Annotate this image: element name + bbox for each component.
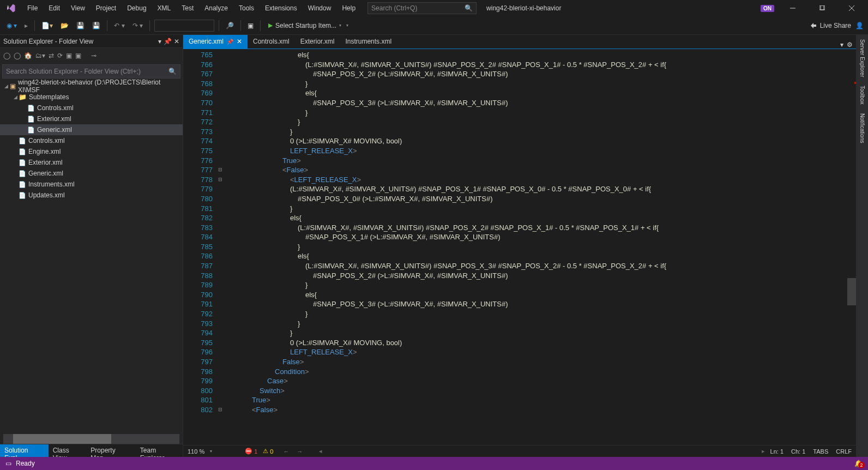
svg-rect-2 [821, 5, 825, 10]
panel-dropdown-icon[interactable]: ▾ [158, 38, 161, 45]
tree-item[interactable]: 📄Exterior.xml [0, 157, 183, 168]
menu-view[interactable]: View [65, 2, 91, 15]
menu-tools[interactable]: Tools [233, 2, 260, 15]
switch-views-icon[interactable]: 🗂▾ [35, 52, 45, 59]
cursor-col: Ch: 1 [791, 448, 805, 455]
refresh-icon[interactable]: ⟳ [57, 52, 63, 59]
nav-prev-icon[interactable]: ← [283, 448, 289, 455]
code-editor[interactable]: 7657667677687697707717727737747757767777… [183, 49, 856, 445]
code-content[interactable]: els{(L:#SIMVAR_X#, #SIMVAR_X_UNITS#) #SN… [224, 49, 847, 445]
tab-generic-xml[interactable]: Generic.xml📌✕ [183, 35, 248, 49]
menu-analyze[interactable]: Analyze [199, 2, 233, 15]
menu-file[interactable]: File [22, 2, 43, 15]
maximize-button[interactable] [811, 0, 833, 16]
nav-back-dropdown[interactable]: ◉ ▾ [4, 20, 19, 31]
close-icon[interactable]: ✕ [237, 38, 242, 45]
nav-next-icon[interactable]: → [297, 448, 303, 455]
menu-test[interactable]: Test [176, 2, 199, 15]
sidebar-tab-toolbox[interactable]: Toolbox [858, 81, 866, 109]
solution-search-placeholder: Search Solution Explorer - Folder View (… [6, 68, 141, 75]
tree-label: Updates.xml [28, 191, 65, 199]
forward-icon[interactable]: ◯ [14, 52, 21, 59]
close-icon[interactable]: ✕ [174, 38, 179, 45]
tabs-dropdown-icon[interactable]: ▾ [840, 41, 843, 49]
tree-item[interactable]: 📄Controls.xml [0, 135, 183, 146]
redo-button[interactable]: ↷ ▾ [130, 20, 145, 31]
tab-exterior-xml[interactable]: Exterior.xml [295, 35, 340, 49]
home-icon[interactable]: 🏠 [24, 52, 32, 59]
panel-tab[interactable]: Property Man... [86, 444, 135, 457]
nav-forward-button[interactable]: ▸ [22, 20, 30, 31]
folder-icon: 📁 [19, 93, 27, 101]
menu-help[interactable]: Help [336, 2, 361, 15]
collapse-icon[interactable]: ▣ [66, 52, 72, 59]
close-button[interactable] [841, 0, 863, 16]
tree-item[interactable]: 📄Instruments.xml [0, 179, 183, 190]
menu-window[interactable]: Window [303, 2, 337, 15]
attach-button[interactable]: 🔎 [224, 20, 236, 31]
liveshare-button[interactable]: Live Share [810, 22, 851, 29]
undo-button[interactable]: ↶ ▾ [112, 20, 126, 31]
menu-debug[interactable]: Debug [122, 2, 152, 15]
solution-search-input[interactable]: Search Solution Explorer - Folder View (… [2, 64, 180, 79]
tree-item[interactable]: 📄Generic.xml [0, 168, 183, 179]
sidebar-tab-server-explorer[interactable]: Server Explorer [858, 35, 866, 81]
indent-mode[interactable]: TABS [813, 448, 828, 455]
tree-item[interactable]: 📄Engine.xml [0, 146, 183, 157]
toggle-icon[interactable]: ⊸ [91, 52, 97, 59]
tabs-options-icon[interactable]: ⚙ [847, 41, 853, 49]
menu-xml[interactable]: XML [152, 2, 177, 15]
search-placeholder: Search (Ctrl+Q) [371, 4, 417, 12]
tab-label: Controls.xml [253, 38, 290, 45]
horizontal-scrollbar[interactable] [3, 434, 179, 444]
tree-item[interactable]: ◢▣wing42-bleriot-xi-behavior (D:\PROJECT… [0, 81, 183, 92]
show-all-icon[interactable]: ▣ [75, 52, 81, 59]
tab-instruments-xml[interactable]: Instruments.xml [340, 35, 397, 49]
tree-label: wing42-bleriot-xi-behavior (D:\PROJECTS\… [18, 80, 183, 94]
config-dropdown[interactable] [154, 20, 214, 32]
play-icon: ▶ [268, 22, 273, 29]
menu-extensions[interactable]: Extensions [260, 2, 303, 15]
panel-tab[interactable]: Team Explorer [136, 444, 183, 457]
notification-bell[interactable]: 🔔2 [854, 460, 863, 467]
error-count[interactable]: ⛔ 1 [245, 448, 257, 455]
sync-icon[interactable]: ⇄ [49, 52, 54, 59]
account-badge[interactable]: ON [761, 5, 774, 12]
tree-item[interactable]: 📄Exterior.xml [0, 113, 183, 124]
solution-tree[interactable]: ◢▣wing42-bleriot-xi-behavior (D:\PROJECT… [0, 80, 183, 433]
save-all-button[interactable]: 💾 [90, 20, 103, 31]
tree-item[interactable]: 📄Controls.xml [0, 103, 183, 113]
pin-icon[interactable]: 📌 [227, 39, 233, 45]
expand-icon[interactable]: ◢ [12, 94, 19, 100]
start-button[interactable]: ▶ Select Startup Item... ▾ ▾ [265, 21, 352, 31]
fold-gutter[interactable]: ⊟⊟⊟ [217, 49, 224, 445]
tree-item[interactable]: 📄Updates.xml [0, 190, 183, 201]
panel-tab[interactable]: Solution Expl... [0, 444, 49, 457]
sidebar-tab-notifications[interactable]: Notifications [858, 109, 866, 147]
menu-project[interactable]: Project [91, 2, 122, 15]
tool-button[interactable]: ▣ [245, 20, 256, 31]
vertical-scrollbar[interactable] [847, 49, 856, 445]
h-scroll-right-icon[interactable]: ▸ [762, 448, 765, 455]
panel-tab[interactable]: Class View [49, 444, 87, 457]
menu-edit[interactable]: Edit [43, 2, 65, 15]
open-button[interactable]: 📂 [58, 20, 71, 31]
save-button[interactable]: 💾 [74, 20, 87, 31]
expand-icon[interactable]: ◢ [3, 83, 10, 89]
file-icon: 📄 [19, 148, 26, 155]
warning-count[interactable]: ⚠ 0 [263, 448, 273, 455]
h-scroll-left-icon[interactable]: ◂ [319, 448, 322, 455]
account-icon[interactable]: 👤 [855, 22, 864, 29]
pin-icon[interactable]: 📌 [164, 38, 172, 45]
project-icon: ▣ [10, 82, 16, 90]
new-item-button[interactable]: 📄▾ [39, 20, 55, 31]
minimize-button[interactable] [782, 0, 804, 16]
zoom-level[interactable]: 110 % [188, 448, 204, 455]
line-ending[interactable]: CRLF [836, 448, 852, 455]
titlebar-right: ON [761, 0, 868, 16]
search-input[interactable]: Search (Ctrl+Q) 🔍 [367, 2, 477, 14]
tree-item[interactable]: 📄Generic.xml [0, 124, 183, 135]
liveshare-label: Live Share [820, 22, 851, 29]
back-icon[interactable]: ◯ [3, 52, 10, 59]
tab-controls-xml[interactable]: Controls.xml [248, 35, 295, 49]
